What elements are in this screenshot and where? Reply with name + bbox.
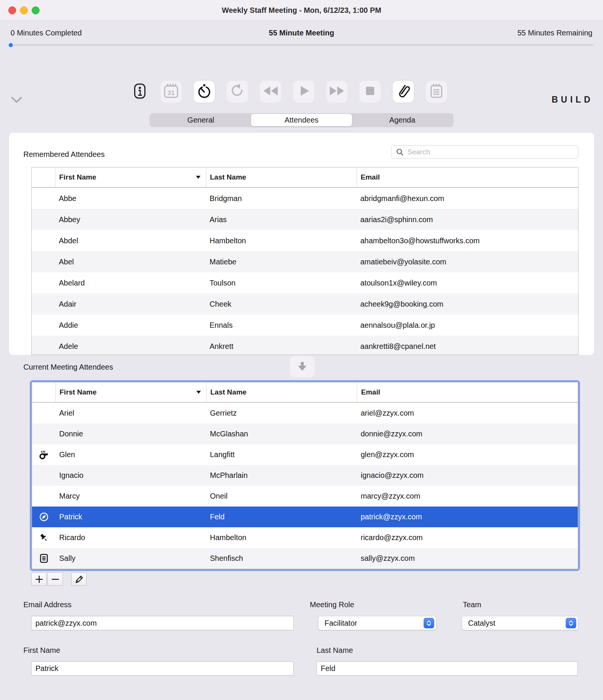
cell-last-name: Hambelton — [206, 533, 357, 542]
window-title: Weekly Staff Meeting - Mon, 6/12/23, 1:0… — [45, 0, 558, 20]
table-row[interactable]: MarcyOneilmarcy@zzyx.com — [32, 486, 578, 507]
tab-agenda[interactable]: Agenda — [352, 114, 453, 126]
table-row[interactable]: AbelardToulsonatoulson1x@wiley.com — [32, 272, 578, 293]
cell-last-name: McGlashan — [206, 430, 357, 438]
arrow-down-icon — [296, 361, 308, 373]
cell-email: aarias2i@sphinn.com — [357, 215, 578, 224]
column-header-first-name[interactable]: First Name — [55, 167, 206, 187]
stop-icon — [362, 83, 378, 101]
first-name-field[interactable] — [31, 661, 294, 675]
cell-email: abridgmanfi@hexun.com — [357, 194, 578, 203]
first-name-label: First Name — [23, 646, 60, 655]
brand-logo: BUILD — [552, 95, 593, 105]
team-select[interactable]: Catalyst — [462, 616, 579, 630]
notes-button[interactable] — [426, 81, 447, 103]
cell-last-name: Gerrietz — [206, 409, 357, 418]
column-header-email[interactable]: Email — [357, 382, 578, 402]
rewind-icon — [262, 83, 279, 101]
edit-attendee-button[interactable] — [71, 573, 87, 586]
table-row[interactable]: AbbeBridgmanabridgmanfi@hexun.com — [32, 188, 578, 209]
cell-email: ricardo@zzyx.com — [357, 533, 578, 542]
minimize-window-button[interactable] — [20, 6, 28, 14]
chevron-down-icon[interactable] — [10, 96, 23, 105]
column-header-icon — [32, 382, 55, 402]
info-button[interactable] — [131, 81, 148, 103]
email-address-label: Email Address — [23, 600, 72, 609]
table-row[interactable]: SallyShenfischsally@zzyx.com — [32, 548, 578, 569]
cell-email: patrick@zzyx.com — [357, 513, 578, 521]
fast-forward-button[interactable] — [326, 81, 347, 103]
column-label: Last Name — [210, 388, 246, 396]
tab-attendees[interactable]: Attendees — [251, 114, 352, 126]
play-button[interactable] — [293, 81, 314, 103]
table-row[interactable]: AbdelHambeltonahambelton3o@howstuffworks… — [32, 230, 578, 251]
cell-last-name: Matiebe — [206, 258, 357, 266]
cell-email: atoulson1x@wiley.com — [357, 279, 578, 287]
stop-button[interactable] — [360, 81, 381, 103]
email-address-field[interactable] — [31, 616, 294, 630]
reset-button[interactable] — [227, 81, 248, 103]
timer-button[interactable] — [194, 81, 215, 103]
cell-email: sally@zzyx.com — [357, 554, 578, 563]
remembered-attendees-title: Remembered Attendees — [23, 150, 105, 159]
cell-first-name: Abdel — [55, 236, 206, 245]
column-label: First Name — [59, 173, 96, 181]
table-row[interactable]: GlenLangfittglen@zzyx.com — [32, 444, 578, 465]
table-row[interactable]: AbbeyAriasaarias2i@sphinn.com — [32, 209, 578, 230]
meeting-role-select[interactable]: Facilitator — [318, 616, 436, 630]
table-row[interactable]: DonnieMcGlashandonnie@zzyx.com — [32, 424, 578, 444]
window-controls — [8, 6, 40, 14]
title-bar: Weekly Staff Meeting - Mon, 6/12/23, 1:0… — [0, 0, 603, 21]
rewind-button[interactable] — [260, 81, 281, 103]
calendar-icon: 31 — [163, 83, 179, 101]
cell-email: ariel@zzyx.com — [357, 409, 578, 418]
tab-bar: General Attendees Agenda — [150, 113, 453, 127]
cell-last-name: Cheek — [206, 300, 357, 309]
search-input[interactable] — [391, 145, 578, 159]
dropdown-stepper-icon — [566, 618, 576, 628]
cell-email: donnie@zzyx.com — [357, 430, 578, 438]
column-header-email[interactable]: Email — [357, 167, 578, 187]
close-window-button[interactable] — [8, 6, 16, 14]
cell-first-name: Abelard — [55, 279, 206, 287]
move-attendee-down-button[interactable] — [290, 356, 315, 377]
whistle-icon — [32, 450, 55, 460]
column-label: Email — [361, 388, 380, 396]
cell-email: acheek9g@booking.com — [357, 300, 578, 309]
cell-first-name: Glen — [55, 450, 206, 459]
pencil-icon — [74, 574, 84, 585]
pin-icon — [32, 533, 55, 543]
cell-first-name: Sally — [55, 554, 206, 563]
table-row[interactable]: IgnacioMcPharlainignacio@zzyx.com — [32, 465, 578, 486]
table-row[interactable]: AdeleAnkrettaankretti8@cpanel.net — [32, 336, 578, 355]
zoom-window-button[interactable] — [32, 6, 40, 14]
table-row[interactable]: AddieEnnalsaennalsou@plala.or.jp — [32, 315, 578, 336]
last-name-field[interactable] — [317, 661, 578, 675]
svg-text:31: 31 — [168, 89, 175, 97]
cell-email: aankretti8@cpanel.net — [357, 342, 578, 351]
cell-first-name: Adele — [55, 342, 206, 351]
tab-general[interactable]: General — [150, 114, 251, 126]
column-header-first-name[interactable]: First Name — [55, 382, 206, 402]
column-header-last-name[interactable]: Last Name — [206, 167, 357, 187]
table-row[interactable]: ArielGerrietzariel@zzyx.com — [32, 403, 578, 424]
table-row[interactable]: PatrickFeldpatrick@zzyx.com — [32, 507, 578, 527]
cell-email: ahambelton3o@howstuffworks.com — [357, 236, 578, 245]
search-icon — [396, 148, 404, 156]
attachment-button[interactable] — [393, 81, 414, 103]
table-row[interactable]: AbelMatiebeamatiebeiv@yolasite.com — [32, 251, 578, 272]
play-icon — [295, 83, 312, 101]
table-row[interactable]: RicardoHambeltonricardo@zzyx.com — [32, 527, 578, 548]
remembered-attendees-panel: Remembered Attendees First NameLast Name… — [9, 133, 594, 355]
cell-email: aennalsou@plala.or.jp — [357, 321, 578, 330]
current-attendees-table: First NameLast NameEmailArielGerrietzari… — [32, 382, 578, 569]
attendee-actions — [31, 573, 87, 586]
table-header: First NameLast NameEmail — [32, 382, 578, 403]
add-attendee-button[interactable] — [31, 573, 47, 586]
meeting-role-value: Facilitator — [324, 619, 357, 628]
calendar-button[interactable]: 31 — [161, 81, 182, 103]
column-header-last-name[interactable]: Last Name — [206, 382, 357, 402]
remove-attendee-button[interactable] — [47, 573, 63, 586]
column-header-icon — [32, 167, 55, 187]
table-row[interactable]: AdairCheekacheek9g@booking.com — [32, 293, 578, 315]
